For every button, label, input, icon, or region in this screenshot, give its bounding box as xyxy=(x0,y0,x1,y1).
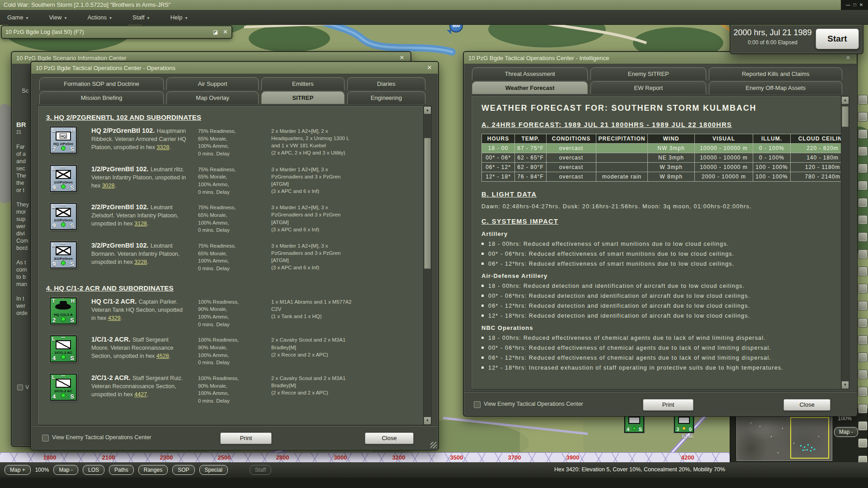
side-toolbar-icon[interactable] xyxy=(858,249,868,259)
intelligence-tab[interactable]: Threat Assessment xyxy=(472,67,588,80)
scroll-down-icon[interactable]: ▼ xyxy=(842,381,849,389)
menu-item[interactable]: Game▾ xyxy=(7,14,28,21)
popout-icon[interactable]: ◪ xyxy=(213,29,218,35)
side-toolbar-icon[interactable] xyxy=(858,335,868,345)
side-toolbar-icon[interactable] xyxy=(858,352,868,362)
minimap[interactable] xyxy=(736,413,832,461)
intelligence-tab[interactable]: Weather Forecast xyxy=(472,81,588,94)
unit-counter-icon[interactable]: L ••• 3/2/PzGren 9 S xyxy=(50,241,77,268)
print-button[interactable]: Print xyxy=(643,399,693,411)
side-toolbar-icon[interactable] xyxy=(858,95,868,104)
view-enemy-toc-checkbox[interactable] xyxy=(42,435,49,441)
close-icon[interactable]: ✕ xyxy=(223,28,228,35)
log-window[interactable]: 10 PzG Bgde Log (last 50) (F7) ◪ ✕ xyxy=(1,25,232,39)
side-toolbar-icon[interactable] xyxy=(858,301,868,310)
side-toolbar-icon[interactable] xyxy=(858,284,868,293)
menu-item[interactable]: View▾ xyxy=(49,14,66,21)
minimap-viewport-rectangle[interactable] xyxy=(790,417,829,459)
side-toolbar-icon[interactable] xyxy=(858,387,868,396)
scrollbar[interactable]: ▲ ▼ xyxy=(841,96,849,389)
game-screen: 1800 2100 2300 2500 2800 3000 3200 3500 … xyxy=(0,0,868,488)
view-enemy-toc-label: View Enemy Tactical Operations Center xyxy=(484,401,583,407)
operations-tab[interactable]: Air Support xyxy=(166,77,259,90)
toolbar-button[interactable]: Ranges xyxy=(138,465,168,475)
side-toolbar-icon[interactable] xyxy=(858,421,868,431)
scroll-up-icon[interactable]: ▲ xyxy=(842,97,849,104)
side-toolbar-icon[interactable] xyxy=(858,181,868,190)
toolbar-button[interactable]: Paths xyxy=(109,465,134,475)
print-button[interactable]: Print xyxy=(220,432,272,444)
minimap-unit-dots xyxy=(800,445,802,446)
toolbar-button[interactable]: Special xyxy=(199,465,228,475)
hex-link[interactable]: 4329 xyxy=(108,315,121,321)
hex-link[interactable]: 3128 xyxy=(134,221,147,227)
side-toolbar-icon[interactable] xyxy=(858,129,868,139)
intelligence-tab[interactable]: EW Report xyxy=(590,81,706,94)
toolbar-button[interactable]: LOS xyxy=(83,465,104,475)
operations-tab[interactable]: SITREP xyxy=(261,91,344,104)
light-data-text: Dawn: 02:48hrs-04:27hrs. Dusk: 20:16hrs-… xyxy=(481,203,831,210)
operations-tab[interactable]: Emitters xyxy=(261,77,344,90)
counter-strength: 7 xyxy=(52,146,56,153)
side-toolbar-icon[interactable] xyxy=(858,404,868,413)
toolbar-button[interactable]: 100% xyxy=(35,467,49,473)
hex-link[interactable]: 4427 xyxy=(134,391,147,398)
restore-icon[interactable]: □ xyxy=(854,0,856,10)
resize-grip[interactable] xyxy=(430,442,437,448)
minimap-map-button[interactable]: Map - xyxy=(834,427,858,437)
hex-link[interactable]: 3328 xyxy=(157,144,170,150)
hex-link[interactable]: 4528 xyxy=(156,353,169,359)
scroll-up-icon[interactable]: ▲ xyxy=(424,107,431,114)
operations-tab[interactable]: Diaries xyxy=(347,77,425,90)
close-icon[interactable]: ✕ xyxy=(844,54,852,62)
toolbar-button[interactable]: Map + xyxy=(5,465,31,475)
unit-counter-icon[interactable]: T ' H HQ C/1-2 A 2 S xyxy=(50,297,77,324)
unit-counter-icon[interactable]: L •• 2/C/1-2 AC 4 S xyxy=(50,374,77,401)
intelligence-tab[interactable]: Enemy Off-Map Assets xyxy=(709,81,842,94)
close-button[interactable]: Close xyxy=(365,432,414,444)
operations-tab[interactable]: Formation SOP and Doctrine xyxy=(39,77,164,90)
intelligence-tab[interactable]: Reported Kills and Claims xyxy=(709,67,842,80)
scenario-checkbox[interactable] xyxy=(17,385,23,390)
toolbar-button[interactable]: Map - xyxy=(53,465,78,475)
side-toolbar-icon[interactable] xyxy=(858,438,868,448)
menu-item[interactable]: Staff▾ xyxy=(132,14,150,21)
clipped-paragraph-text: to b xyxy=(12,273,31,281)
side-toolbar-icon[interactable] xyxy=(858,232,868,242)
operations-tab[interactable]: Mission Briefing xyxy=(39,91,164,104)
side-toolbar-icon[interactable] xyxy=(858,146,868,156)
unit-counter-icon[interactable]: L •• 1/C/1-2 AC 4 S xyxy=(50,335,77,362)
scrollbar[interactable]: ▲ ▼ xyxy=(423,106,431,425)
close-icon[interactable]: ✕ xyxy=(425,64,434,72)
view-enemy-toc-checkbox[interactable] xyxy=(474,401,481,408)
operations-tab[interactable]: Engineering xyxy=(347,91,425,104)
minimize-icon[interactable]: — xyxy=(846,0,850,10)
close-button[interactable]: Close xyxy=(783,399,830,411)
scrollbar-thumb[interactable] xyxy=(424,138,431,269)
menu-item[interactable]: Actions▾ xyxy=(87,14,112,21)
close-icon[interactable]: ✕ xyxy=(859,0,863,10)
scroll-down-icon[interactable]: ▼ xyxy=(424,417,431,424)
start-button[interactable]: Start xyxy=(816,28,859,49)
scrollbar-thumb[interactable] xyxy=(842,106,849,127)
hex-link[interactable]: 3228 xyxy=(134,259,147,265)
side-toolbar-icon[interactable] xyxy=(858,370,868,379)
operations-window-titlebar[interactable]: 10 PzG Bgde Tactical Operations Center -… xyxy=(31,62,438,74)
hex-link[interactable]: 3028 xyxy=(102,183,115,189)
status-dot xyxy=(61,222,66,227)
side-toolbar-icon[interactable] xyxy=(858,215,868,225)
side-toolbar-icon[interactable] xyxy=(858,318,868,328)
toolbar-button[interactable]: Staff xyxy=(250,465,271,475)
unit-counter-icon[interactable]: L ••• 1/2/PzGren 9 S xyxy=(50,165,77,192)
unit-counter-icon[interactable]: L ••• 2/2/PzGren 9 S xyxy=(50,203,77,230)
menu-item[interactable]: Help▾ xyxy=(170,14,188,21)
side-toolbar-icon[interactable] xyxy=(858,112,868,122)
side-toolbar-icon[interactable] xyxy=(858,267,868,276)
unit-counter-icon[interactable]: L ' H HQ 2/PzGre 7 S xyxy=(50,127,77,154)
side-toolbar-icon[interactable] xyxy=(858,164,868,173)
operations-window: 10 PzG Bgde Tactical Operations Center -… xyxy=(30,61,439,450)
intelligence-tab[interactable]: Enemy SITREP xyxy=(590,67,706,80)
toolbar-button[interactable]: SOP xyxy=(172,465,194,475)
side-toolbar-icon[interactable] xyxy=(858,198,868,207)
operations-tab[interactable]: Map Overlay xyxy=(166,91,259,104)
